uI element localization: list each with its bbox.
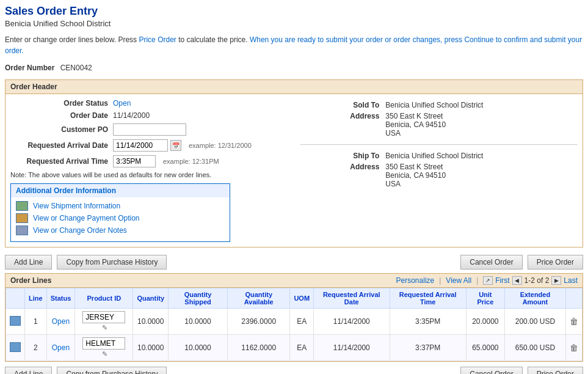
col-header-quantity: Quantity xyxy=(133,288,169,309)
new-window-icon[interactable]: ↗ xyxy=(483,276,493,285)
add-line-button-top[interactable]: Add Line xyxy=(5,255,52,270)
cell-product-id-1: ✎ xyxy=(75,335,133,361)
order-number-value: CEN0042 xyxy=(60,64,92,72)
sold-to-address-label: Address xyxy=(302,111,382,138)
cell-quantity-1: 10.0000 xyxy=(133,335,169,361)
nav-prev-icon[interactable]: ◀ xyxy=(512,276,522,285)
cell-quantity-0: 10.0000 xyxy=(133,309,169,335)
customer-po-label: Customer PO xyxy=(10,125,108,134)
col-header-line: Line xyxy=(25,288,47,309)
copy-from-purchase-button-bottom[interactable]: Copy from Purchase History xyxy=(57,367,167,374)
delete-row-button-1[interactable]: 🗑 xyxy=(570,343,578,353)
cell-ext-amount-1: 650.00 USD xyxy=(504,335,565,361)
row-icon-1[interactable] xyxy=(10,342,21,352)
cell-status-0: Open xyxy=(46,309,75,335)
delete-row-button-0[interactable]: 🗑 xyxy=(570,317,578,326)
req-arrival-date-input[interactable] xyxy=(113,139,168,152)
note-text: Note: The above values will be used as d… xyxy=(10,171,288,178)
arrival-time-example: example: 12:31PM xyxy=(163,158,219,165)
price-order-link[interactable]: Price Order xyxy=(139,35,176,44)
req-arrival-time-label: Requested Arrival Time xyxy=(10,157,108,166)
price-order-button-top[interactable]: Price Order xyxy=(528,255,583,270)
req-arrival-date-label: Requested Arrival Date xyxy=(10,141,108,150)
ship-to-name: Benicia Unified School District xyxy=(383,151,576,161)
cell-ext-amount-0: 200.00 USD xyxy=(504,309,565,335)
row-icon-0[interactable] xyxy=(10,316,21,326)
view-order-notes-link[interactable]: View or Change Order Notes xyxy=(16,226,225,235)
add-line-button-bottom[interactable]: Add Line xyxy=(5,367,52,374)
cancel-order-button-bottom[interactable]: Cancel Order xyxy=(460,367,522,374)
nav-first[interactable]: First xyxy=(495,276,509,285)
ship-to-label: Ship To xyxy=(302,151,382,161)
price-order-button-bottom[interactable]: Price Order xyxy=(528,367,583,374)
view-payment-link[interactable]: View or Change Payment Option xyxy=(16,213,225,223)
cell-unit-price-0: 20.0000 xyxy=(466,309,504,335)
sold-to-label: Sold To xyxy=(302,100,382,110)
order-header-section: Order Header Order Status Open Order Dat… xyxy=(5,79,583,248)
page-title: Sales Order Entry xyxy=(5,5,583,18)
cell-unit-price-1: 65.0000 xyxy=(466,335,504,361)
nav-last[interactable]: Last xyxy=(564,276,578,285)
view-shipment-link[interactable]: View Shipment Information xyxy=(16,201,225,211)
ship-to-address-1: 350 East K Street xyxy=(385,163,574,171)
cell-req-arr-date-1: 11/14/2000 xyxy=(314,335,390,361)
col-header-ext-amount: Extended Amount xyxy=(504,288,565,309)
copy-from-purchase-button-top[interactable]: Copy from Purchase History xyxy=(57,255,167,270)
nav-next-icon[interactable]: ▶ xyxy=(551,276,561,285)
table-row: 1 Open ✎ 10.0000 10.0000 2396.0000 EA 11… xyxy=(6,309,583,335)
col-header-qty-available: Quantity Available xyxy=(228,288,290,309)
ship-to-address-2: Benicia, CA 94510 xyxy=(385,171,574,180)
col-header-qty-shipped: Quantity Shipped xyxy=(169,288,228,309)
cell-qty-available-1: 1162.0000 xyxy=(228,335,290,361)
order-status-label: Order Status xyxy=(10,99,108,108)
cell-line-0: 1 xyxy=(25,309,47,335)
view-all-link[interactable]: View All xyxy=(446,276,471,285)
page-subtitle: Benicia Unified School District xyxy=(5,19,583,28)
col-header-product-id: Product ID xyxy=(75,288,133,309)
edit-icon-0[interactable]: ✎ xyxy=(102,324,107,331)
cell-req-arr-time-0: 3:35PM xyxy=(390,309,466,335)
sold-to-address-2: Benicia, CA 94510 xyxy=(385,120,574,129)
cell-uom-0: EA xyxy=(290,309,314,335)
order-date-label: Order Date xyxy=(10,111,108,120)
order-status-value: Open xyxy=(113,99,131,108)
req-arrival-time-input[interactable] xyxy=(113,155,156,167)
cell-req-arr-date-0: 11/14/2000 xyxy=(314,309,390,335)
notes-icon xyxy=(16,226,28,235)
ship-to-address-3: USA xyxy=(385,180,574,188)
col-header-req-arr-time: Requested Arrival Time xyxy=(390,288,466,309)
cell-status-1: Open xyxy=(46,335,75,361)
sold-to-name: Benicia Unified School District xyxy=(383,100,576,110)
cancel-order-button-top[interactable]: Cancel Order xyxy=(460,255,522,270)
order-header-right: Sold To Benicia Unified School District … xyxy=(288,99,578,242)
top-toolbar: Add Line Copy from Purchase History Canc… xyxy=(5,255,583,270)
order-header-title: Order Header xyxy=(5,80,583,94)
edit-icon-1[interactable]: ✎ xyxy=(102,350,107,358)
order-lines-section: Order Lines Personalize | View All | ↗ F… xyxy=(5,273,583,362)
cell-line-1: 2 xyxy=(25,335,47,361)
nav-range: 1-2 of 2 xyxy=(524,276,550,285)
cell-req-arr-time-1: 3:37PM xyxy=(390,335,466,361)
sold-to-address-1: 350 East K Street xyxy=(385,112,574,120)
sold-to-address-3: USA xyxy=(385,129,574,138)
col-header-status: Status xyxy=(46,288,75,309)
cell-qty-available-0: 2396.0000 xyxy=(228,309,290,335)
order-number-row: Order Number CEN0042 xyxy=(5,64,583,72)
product-id-input-0[interactable] xyxy=(82,311,125,323)
order-lines-title: Order Lines xyxy=(10,276,51,285)
additional-info-title: Additional Order Information xyxy=(11,184,230,197)
col-header-unit-price: Unit Price xyxy=(466,288,504,309)
customer-po-input[interactable] xyxy=(113,123,186,136)
order-date-value: 11/14/2000 xyxy=(113,111,150,120)
cell-uom-1: EA xyxy=(290,335,314,361)
personalize-link[interactable]: Personalize xyxy=(396,276,435,285)
order-lines-table: Line Status Product ID Quantity Quantity… xyxy=(5,288,583,361)
col-header-req-arr-date: Requested Arrival Date xyxy=(314,288,390,309)
cell-qty-shipped-0: 10.0000 xyxy=(169,309,228,335)
additional-info-box: Additional Order Information View Shipme… xyxy=(10,183,230,242)
product-id-input-1[interactable] xyxy=(82,337,125,350)
arrival-date-example: example: 12/31/2000 xyxy=(189,142,252,149)
intro-text: Enter or change order lines below. Press… xyxy=(5,34,583,56)
payment-icon xyxy=(16,213,28,223)
calendar-button[interactable]: 📅 xyxy=(170,140,181,151)
